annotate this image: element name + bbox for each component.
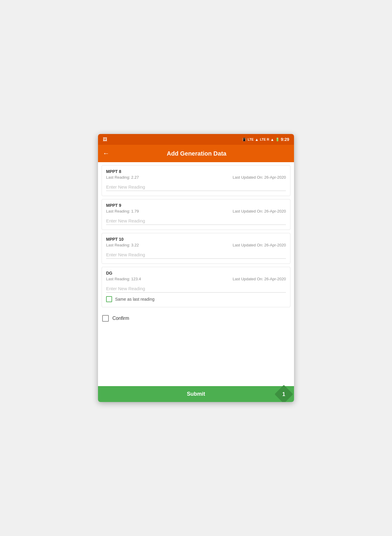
dg-title: DG [106, 271, 286, 275]
confirm-checkbox[interactable] [102, 315, 109, 322]
dg-meta: Last Reading: 123.4 Last Updated On: 26-… [106, 277, 286, 281]
back-button[interactable]: ← [103, 150, 109, 157]
content-area: MPPT 8 Last Reading: 2.27 Last Updated O… [98, 162, 294, 386]
dg-last-reading: Last Reading: 123.4 [106, 277, 141, 281]
mppt10-input[interactable] [106, 250, 286, 259]
status-bar-left: 🖼 [103, 137, 107, 142]
submit-label: Submit [187, 391, 205, 397]
mppt10-card: MPPT 10 Last Reading: 3.22 Last Updated … [102, 233, 290, 264]
time-display: 9:29 [281, 137, 289, 142]
app-icon: 🖼 [103, 137, 107, 142]
mppt9-input[interactable] [106, 216, 286, 225]
confirm-section: Confirm [98, 310, 294, 325]
same-as-last-row: Same as last reading [106, 296, 286, 302]
mppt10-meta: Last Reading: 3.22 Last Updated On: 26-A… [106, 243, 286, 247]
dg-input[interactable] [106, 284, 286, 293]
lte-icon: LTE [248, 138, 254, 141]
mppt9-last-updated: Last Updated On: 26-Apr-2020 [233, 209, 286, 213]
mppt9-title: MPPT 9 [106, 203, 286, 208]
mppt8-input[interactable] [106, 183, 286, 191]
badge-number: 1 [282, 391, 285, 397]
signal-icon: ▲ [255, 137, 259, 142]
submit-button[interactable]: Submit 1 [98, 386, 294, 402]
mppt8-last-updated: Last Updated On: 26-Apr-2020 [233, 175, 286, 180]
dg-card: DG Last Reading: 123.4 Last Updated On: … [102, 267, 290, 307]
confirm-label: Confirm [112, 316, 129, 321]
mppt8-card: MPPT 8 Last Reading: 2.27 Last Updated O… [102, 165, 290, 196]
badge-diamond: 1 [275, 385, 293, 402]
signal2-icon: ▲ [270, 137, 274, 142]
page-title: Add Generation Data [113, 150, 280, 157]
battery-icon: 🔋 [275, 138, 280, 141]
status-bar: 🖼 📳 LTE ▲ LTE R ▲ 🔋 9:29 [98, 134, 294, 145]
mppt9-last-reading: Last Reading: 1.79 [106, 209, 139, 213]
mppt10-last-updated: Last Updated On: 26-Apr-2020 [233, 243, 286, 247]
phone-container: 🖼 📳 LTE ▲ LTE R ▲ 🔋 9:29 ← Add Generatio… [98, 134, 294, 402]
mppt10-last-reading: Last Reading: 3.22 [106, 243, 139, 247]
dg-last-updated: Last Updated On: 26-Apr-2020 [233, 277, 286, 281]
same-as-last-checkbox[interactable] [106, 296, 112, 302]
lte-r-icon: LTE R [260, 138, 269, 141]
mppt9-meta: Last Reading: 1.79 Last Updated On: 26-A… [106, 209, 286, 213]
mppt8-title: MPPT 8 [106, 169, 286, 174]
mppt10-title: MPPT 10 [106, 237, 286, 242]
mppt9-card: MPPT 9 Last Reading: 1.79 Last Updated O… [102, 199, 290, 230]
mppt8-meta: Last Reading: 2.27 Last Updated On: 26-A… [106, 175, 286, 180]
mppt8-last-reading: Last Reading: 2.27 [106, 175, 139, 180]
same-as-last-label: Same as last reading [115, 297, 155, 302]
status-bar-right: 📳 LTE ▲ LTE R ▲ 🔋 9:29 [242, 137, 289, 142]
vibrate-icon: 📳 [242, 138, 246, 141]
header: ← Add Generation Data [98, 145, 294, 162]
